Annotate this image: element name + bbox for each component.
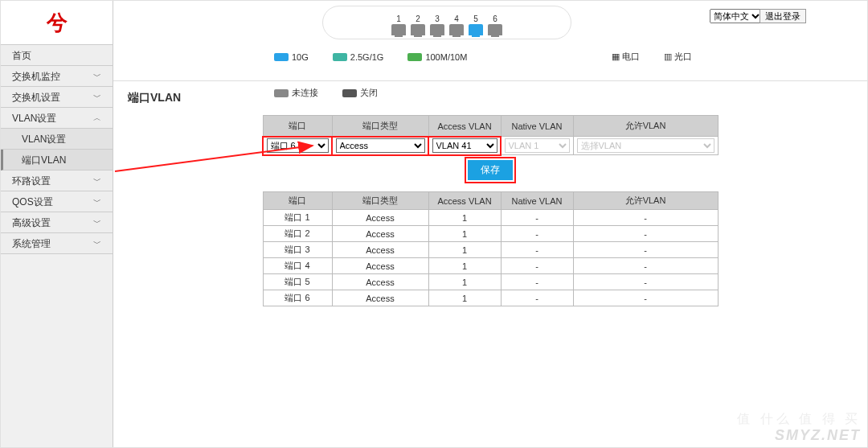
cell-native: - — [501, 242, 573, 258]
cell-access: 1 — [428, 274, 501, 290]
cell-allow: - — [573, 210, 718, 226]
cell-native: - — [501, 274, 573, 290]
nav-label: 首页 — [12, 45, 31, 66]
legend-electrical: ▦电口 — [612, 51, 640, 63]
legend: 10G 2.5G/1G 100M/10M ▦电口 ▥光口 未连接 关闭 — [274, 51, 820, 99]
table-row: 端口 5Access1-- — [263, 274, 718, 290]
nav-system-management[interactable]: 系统管理﹀ — [1, 233, 113, 254]
language-select[interactable]: 简体中文 — [710, 9, 763, 23]
nav-vlan-settings[interactable]: VLAN设置︿ — [1, 108, 113, 129]
dth-type: 端口类型 — [332, 192, 428, 210]
cell-port: 端口 3 — [263, 242, 332, 258]
type-select[interactable]: Access — [336, 138, 425, 153]
dth-allow: 允许VLAN — [573, 192, 718, 210]
cell-allow: - — [573, 274, 718, 290]
table-row: 端口 4Access1-- — [263, 258, 718, 274]
table-row: 端口 6Access1-- — [263, 290, 718, 306]
cell-type: Access — [332, 226, 428, 242]
port-number: 1 — [396, 14, 401, 23]
save-button[interactable]: 保存 — [468, 160, 513, 180]
port-number: 5 — [473, 14, 478, 23]
cell-type: Access — [332, 242, 428, 258]
nav-sub-vlan-settings[interactable]: VLAN设置 — [1, 129, 113, 150]
cell-type: Access — [332, 258, 428, 274]
port-select[interactable]: 端口 6 — [267, 138, 329, 153]
th-native: Native VLAN — [501, 116, 573, 137]
nav-label: 交换机设置 — [12, 87, 60, 108]
port-number: 3 — [435, 14, 440, 23]
cell-native: - — [501, 210, 573, 226]
th-access: Access VLAN — [428, 116, 501, 137]
port-icon — [430, 24, 444, 35]
nav-label: 环路设置 — [12, 171, 51, 191]
nav-advanced-settings[interactable]: 高级设置﹀ — [1, 212, 113, 233]
language-select-wrapper: 简体中文 — [710, 9, 763, 23]
port-icon — [411, 24, 425, 35]
nav-loop-settings[interactable]: 环路设置﹀ — [1, 171, 113, 191]
logout-button[interactable]: 退出登录 — [760, 9, 806, 23]
cell-type: Access — [332, 210, 428, 226]
chevron-down-icon: ﹀ — [93, 212, 101, 233]
port-5[interactable]: 5 — [469, 14, 483, 35]
main-content: 123456 简体中文 退出登录 10G 2.5G/1G 100M/10M ▦电… — [113, 1, 867, 447]
nav-label: VLAN设置 — [22, 129, 66, 150]
nav-switch-monitor[interactable]: 交换机监控﹀ — [1, 66, 113, 87]
cell-port: 端口 2 — [263, 226, 332, 242]
cell-allow: - — [573, 258, 718, 274]
port-6[interactable]: 6 — [488, 14, 502, 35]
cell-allow: - — [573, 290, 718, 306]
nav-switch-settings[interactable]: 交换机设置﹀ — [1, 87, 113, 108]
cell-type: Access — [332, 274, 428, 290]
cell-allow: - — [573, 242, 718, 258]
port-2[interactable]: 2 — [411, 14, 425, 35]
nav-label: 高级设置 — [12, 212, 51, 233]
legend-optical: ▥光口 — [664, 51, 692, 63]
port-4[interactable]: 4 — [449, 14, 464, 35]
nav-sub-port-vlan[interactable]: 端口VLAN — [1, 150, 113, 171]
nav-label: QOS设置 — [12, 191, 53, 212]
port-icon — [449, 24, 464, 35]
dth-native: Native VLAN — [501, 192, 573, 210]
cell-access: 1 — [428, 242, 501, 258]
port-icon — [469, 24, 483, 35]
access-vlan-select[interactable]: VLAN 41 — [432, 138, 497, 153]
table-row: 端口 1Access1-- — [263, 210, 718, 226]
cell-allow: - — [573, 226, 718, 242]
dth-port: 端口 — [263, 192, 332, 210]
port-3[interactable]: 3 — [430, 14, 444, 35]
port-number: 2 — [416, 14, 420, 23]
chevron-up-icon: ︿ — [93, 108, 101, 129]
dth-access: Access VLAN — [428, 192, 501, 210]
legend-25g: 2.5G/1G — [333, 51, 384, 63]
cell-port: 端口 4 — [263, 258, 332, 274]
allow-vlan-select: 选择VLAN — [577, 138, 714, 153]
legend-10g: 10G — [274, 51, 309, 63]
logo: 兮 — [1, 1, 113, 45]
legend-noconnection: 未连接 — [274, 87, 318, 99]
port-number: 6 — [493, 14, 497, 23]
nav-qos-settings[interactable]: QOS设置﹀ — [1, 191, 113, 212]
chevron-down-icon: ﹀ — [93, 233, 101, 254]
chevron-down-icon: ﹀ — [93, 171, 101, 191]
port-panel: 123456 — [322, 6, 571, 39]
config-table: 端口 端口类型 Access VLAN Native VLAN 允许VLAN 端… — [263, 115, 719, 185]
nav-home[interactable]: 首页 — [1, 45, 113, 66]
port-number: 4 — [454, 14, 459, 23]
th-allow: 允许VLAN — [573, 116, 718, 137]
cell-access: 1 — [428, 210, 501, 226]
legend-off: 关闭 — [342, 87, 378, 99]
watermark-en: SMYZ.NET — [775, 427, 861, 444]
nav-label: 端口VLAN — [22, 150, 66, 171]
watermark-cn: 值 什么 值 得 买 — [737, 411, 861, 428]
native-vlan-select: VLAN 1 — [505, 138, 570, 153]
cell-native: - — [501, 226, 573, 242]
nav-label: 系统管理 — [12, 233, 51, 254]
cell-native: - — [501, 258, 573, 274]
legend-100m: 100M/10M — [407, 51, 467, 63]
port-1[interactable]: 1 — [391, 14, 406, 35]
cell-access: 1 — [428, 290, 501, 306]
table-row: 端口 2Access1-- — [263, 226, 718, 242]
nav-label: VLAN设置 — [12, 108, 56, 129]
port-icon — [391, 24, 406, 35]
data-table: 端口 端口类型 Access VLAN Native VLAN 允许VLAN 端… — [263, 191, 719, 306]
